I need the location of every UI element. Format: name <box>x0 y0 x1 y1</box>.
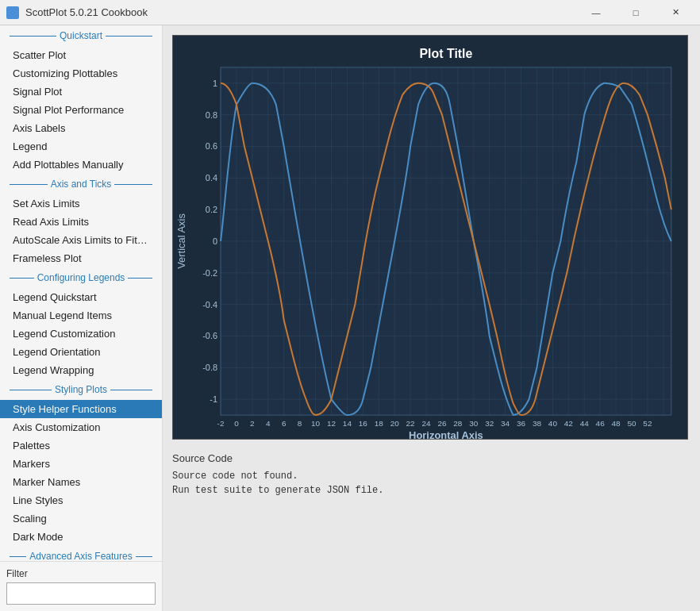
sidebar-filter-area: Filter <box>0 561 162 611</box>
sidebar-item-legend-orientation[interactable]: Legend Orientation <box>0 343 162 361</box>
svg-text:16: 16 <box>359 419 368 428</box>
svg-text:40: 40 <box>548 419 558 428</box>
sidebar-item-style-helper[interactable]: Style Helper Functions <box>0 400 162 418</box>
plot-title: Plot Title <box>419 47 472 60</box>
sidebar-section-legends: Configuring Legends <box>0 267 162 288</box>
sidebar: Quickstart Scatter Plot Customizing Plot… <box>0 25 163 611</box>
svg-text:12: 12 <box>327 419 337 428</box>
source-content: Source code not found. Run test suite to… <box>172 469 690 498</box>
svg-text:20: 20 <box>390 419 400 428</box>
sidebar-item-autoscale-axis[interactable]: AutoScale Axis Limits to Fit Da... <box>0 231 162 249</box>
svg-text:32: 32 <box>485 419 494 428</box>
x-axis-label: Horizontal Axis <box>409 429 483 439</box>
svg-text:0.2: 0.2 <box>206 205 217 214</box>
svg-text:-0.6: -0.6 <box>202 331 217 340</box>
svg-text:22: 22 <box>406 419 416 428</box>
sidebar-item-palettes[interactable]: Palettes <box>0 436 162 455</box>
sidebar-item-read-axis-limits[interactable]: Read Axis Limits <box>0 213 162 231</box>
sidebar-item-legend[interactable]: Legend <box>0 137 162 156</box>
content-area: Plot Title <box>163 25 700 611</box>
sidebar-item-scatter-plot[interactable]: Scatter Plot <box>0 46 162 64</box>
svg-text:46: 46 <box>596 419 606 428</box>
svg-text:-0.4: -0.4 <box>202 300 217 309</box>
svg-text:-0.2: -0.2 <box>202 268 217 278</box>
sidebar-item-customizing-plottables[interactable]: Customizing Plottables <box>0 64 162 83</box>
svg-text:-1: -1 <box>210 394 217 404</box>
sidebar-item-manual-legend[interactable]: Manual Legend Items <box>0 306 162 325</box>
plot-container: Plot Title <box>163 25 700 446</box>
sidebar-item-axis-labels[interactable]: Axis Labels <box>0 119 162 137</box>
sidebar-section-quickstart: Quickstart <box>0 25 162 46</box>
svg-text:38: 38 <box>533 419 542 428</box>
svg-text:34: 34 <box>501 419 510 428</box>
sidebar-section-advanced: Advanced Axis Features <box>0 546 162 561</box>
y-axis-label: Vertical Axis <box>175 213 187 269</box>
svg-text:0: 0 <box>234 419 239 428</box>
svg-text:6: 6 <box>282 419 287 428</box>
sidebar-item-scaling[interactable]: Scaling <box>0 509 162 528</box>
sidebar-item-signal-plot-performance[interactable]: Signal Plot Performance <box>0 101 162 119</box>
svg-text:50: 50 <box>627 419 637 428</box>
svg-text:0.4: 0.4 <box>206 173 217 183</box>
app-title: ScottPlot 5.0.21 Cookbook <box>25 6 578 18</box>
svg-text:36: 36 <box>517 419 526 428</box>
sidebar-section-styling: Styling Plots <box>0 379 162 400</box>
sidebar-scroll[interactable]: Quickstart Scatter Plot Customizing Plot… <box>0 25 162 561</box>
svg-text:14: 14 <box>343 419 352 428</box>
svg-text:28: 28 <box>453 419 463 428</box>
svg-text:44: 44 <box>580 419 590 428</box>
filter-label: Filter <box>6 568 156 579</box>
svg-text:-0.8: -0.8 <box>202 363 217 372</box>
sidebar-item-legend-wrapping[interactable]: Legend Wrapping <box>0 361 162 379</box>
source-area: Source Code Source code not found. Run t… <box>163 446 700 611</box>
svg-text:0.6: 0.6 <box>206 141 217 151</box>
maximize-button[interactable]: □ <box>617 0 654 25</box>
svg-text:-2: -2 <box>217 419 225 428</box>
app-icon <box>6 6 19 19</box>
sidebar-section-axis-ticks: Axis and Ticks <box>0 174 162 194</box>
sidebar-item-signal-plot[interactable]: Signal Plot <box>0 83 162 101</box>
main-layout: Quickstart Scatter Plot Customizing Plot… <box>0 25 700 611</box>
svg-text:2: 2 <box>250 419 255 428</box>
sidebar-item-markers[interactable]: Markers <box>0 455 162 473</box>
close-button[interactable]: ✕ <box>657 0 694 25</box>
svg-text:4: 4 <box>266 419 271 428</box>
sidebar-item-dark-mode[interactable]: Dark Mode <box>0 528 162 546</box>
svg-text:1: 1 <box>213 79 217 88</box>
svg-text:10: 10 <box>311 419 321 428</box>
svg-text:8: 8 <box>298 419 302 428</box>
minimize-button[interactable]: — <box>578 0 614 25</box>
sidebar-item-marker-names[interactable]: Marker Names <box>0 473 162 491</box>
svg-text:0.8: 0.8 <box>206 110 217 120</box>
svg-text:0: 0 <box>213 236 217 246</box>
svg-text:30: 30 <box>469 419 479 428</box>
plot-wrapper: Plot Title <box>172 35 688 440</box>
svg-text:24: 24 <box>421 419 431 428</box>
titlebar: ScottPlot 5.0.21 Cookbook — □ ✕ <box>0 0 700 25</box>
plot-svg: Plot Title <box>173 36 687 439</box>
window-controls: — □ ✕ <box>578 0 694 25</box>
svg-text:52: 52 <box>643 419 652 428</box>
svg-text:26: 26 <box>437 419 447 428</box>
sidebar-item-axis-customization[interactable]: Axis Customization <box>0 418 162 436</box>
sidebar-item-legend-quickstart[interactable]: Legend Quickstart <box>0 288 162 306</box>
source-line-1: Source code not found. <box>172 469 690 483</box>
sidebar-item-add-plottables[interactable]: Add Plottables Manually <box>0 156 162 174</box>
sidebar-item-set-axis-limits[interactable]: Set Axis Limits <box>0 194 162 213</box>
sidebar-item-legend-customization[interactable]: Legend Customization <box>0 325 162 343</box>
sidebar-item-line-styles[interactable]: Line Styles <box>0 491 162 509</box>
sidebar-item-frameless-plot[interactable]: Frameless Plot <box>0 249 162 267</box>
source-line-2: Run test suite to generate JSON file. <box>172 483 690 498</box>
svg-text:48: 48 <box>612 419 621 428</box>
svg-text:42: 42 <box>564 419 574 428</box>
source-header: Source Code <box>172 452 690 464</box>
filter-input[interactable] <box>6 582 156 605</box>
svg-text:18: 18 <box>375 419 384 428</box>
